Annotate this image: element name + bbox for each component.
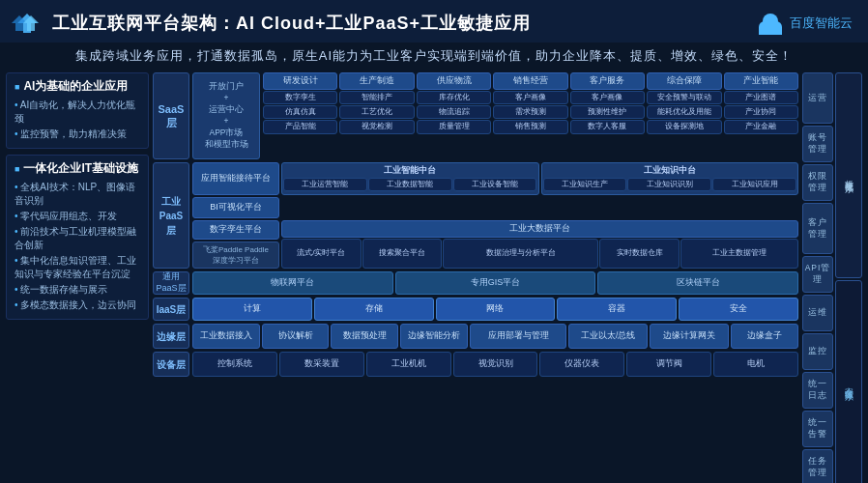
saas-xsjy-3: 销售预测 — [493, 120, 567, 133]
ipaas-k-3: 工业知识应用 — [712, 178, 796, 191]
right-ops-col: 运营 账号管理 权限管理 客户管理 API管理 运维 监控 统一日志 统一告警 … — [802, 72, 833, 483]
ipaas-digital-twin: 数字孪生平台 — [192, 220, 279, 240]
ipaas-bd-1: 流式/实时平台 — [281, 239, 362, 269]
logo-icon — [10, 10, 44, 37]
right-maintenance: 运维 — [802, 295, 833, 331]
left-panel: AI为基础的企业应用 AI自动化，解决人力优化瓶颈 监控预警，助力精准决策 一体… — [6, 69, 149, 483]
saas-col-rfsj: 研发设计 数字孪生 仿真仿真 产品智能 — [263, 72, 337, 159]
ipaas-mid-spacer — [281, 197, 798, 218]
ipaas-knowledge: 工业知识中台 工业知识生产 工业知识识别 工业知识应用 — [541, 162, 799, 195]
iaas-layer: IaaS层 计算 存储 网络 容器 安全 — [153, 298, 798, 321]
ipaas-bigdata-subs: 流式/实时平台 搜索聚合平台 数据治理与分析平台 实时数据仓库 工业主数据管理 — [281, 239, 798, 269]
saas-col-xsjy: 销售经营 客户画像 需求预测 销售预测 — [493, 72, 567, 159]
edge-3: 数据预处理 — [331, 324, 398, 349]
right-monitor: 监控 — [802, 333, 833, 370]
saas-col-gywl: 供应物流 库存优化 物流追踪 质量管理 — [417, 72, 491, 159]
device-cells: 控制系统 数采装置 工业机机 视觉识别 仪器仪表 调节阀 电机 — [192, 352, 798, 377]
saas-gywl-3: 质量管理 — [417, 120, 491, 133]
ai-section-title: AI为基础的企业应用 — [14, 78, 140, 95]
device-layer: 设备层 控制系统 数采装置 工业机机 视觉识别 仪器仪表 调节阀 电机 — [153, 352, 798, 377]
iaas-network: 网络 — [436, 298, 556, 321]
it-item-2: 零代码应用组态、开发 — [14, 210, 140, 223]
device-4: 视觉识别 — [453, 352, 538, 377]
right-standards: 标准规范体系 — [835, 72, 862, 278]
ipaas-bd-3: 数据治理与分析平台 — [443, 239, 598, 269]
center-panel: SaaS层 开放门户+运营中心+APP市场和模型市场 研发设计 数字孪生 仿真仿… — [153, 69, 798, 483]
saas-xsjy-1: 客户画像 — [493, 91, 567, 104]
saas-khfw-3: 数字人客服 — [570, 120, 645, 133]
saas-rfsj-3: 产品智能 — [263, 120, 337, 133]
ipaas-zhongtai-title: 工业智能中台 — [283, 164, 537, 177]
right-panel: 运营 账号管理 权限管理 客户管理 API管理 运维 监控 统一日志 统一告警 … — [802, 69, 862, 483]
iaas-compute: 计算 — [192, 298, 312, 321]
edge-label: 边缘层 — [153, 324, 189, 349]
header-left: 工业互联网平台架构：AI Cloud+工业PaaS+工业敏捷应用 — [10, 10, 531, 37]
saas-cyzn-1: 产业图谱 — [724, 91, 798, 104]
ipaas-zhongtai-subs: 工业运营智能 工业数据智能 工业设备智能 — [283, 178, 537, 191]
saas-sczz-1: 智能排产 — [339, 91, 414, 104]
ipaas-content: 应用智能接待平台 工业智能中台 工业运营智能 工业数据智能 工业设备智能 工业知… — [192, 162, 798, 269]
iaas-container: 容器 — [557, 298, 677, 321]
iaas-label: IaaS层 — [153, 298, 189, 321]
ai-section: AI为基础的企业应用 AI自动化，解决人力优化瓶颈 监控预警，助力精准决策 — [6, 72, 149, 149]
saas-khfw-2: 预测性维护 — [570, 105, 645, 119]
ipaas-k-1: 工业知识生产 — [543, 178, 627, 191]
saas-cyzn-3: 产业金融 — [724, 120, 798, 133]
cp-iot: 物联网平台 — [192, 271, 393, 295]
device-6: 调节阀 — [626, 352, 711, 377]
saas-label: SaaS层 — [153, 72, 189, 159]
main-content: AI为基础的企业应用 AI自动化，解决人力优化瓶颈 监控预警，助力精准决策 一体… — [0, 69, 868, 483]
ai-item-2: 监控预警，助力精准决策 — [14, 128, 140, 141]
iaas-cells: 计算 存储 网络 容器 安全 — [192, 298, 798, 321]
iaas-storage: 存储 — [314, 298, 434, 321]
ipaas-bi: BI可视化平台 — [192, 197, 279, 218]
ipaas-bd-2: 搜索聚合平台 — [362, 239, 443, 269]
saas-rfsj: 研发设计 — [263, 72, 337, 90]
saas-zhbz-3: 设备探测地 — [647, 120, 721, 133]
saas-zhbz-2: 能耗优化及用能 — [647, 105, 721, 119]
it-section-title: 一体化企业IT基础设施 — [14, 160, 140, 177]
it-item-6: 多模态数据接入，边云协同 — [14, 298, 140, 312]
header-title: 工业互联网平台架构：AI Cloud+工业PaaS+工业敏捷应用 — [52, 12, 531, 35]
ipaas-bigdata: 工业大数据平台 流式/实时平台 搜索聚合平台 数据治理与分析平台 实时数据仓库 … — [281, 220, 798, 269]
ipaas-mid-row: BI可视化平台 — [192, 197, 798, 218]
saas-xsjy: 销售经营 — [493, 72, 567, 90]
common-paas-label: 通用PaaS层 — [153, 271, 189, 295]
baidu-logo: 百度智能云 — [755, 8, 853, 39]
edge-cells: 工业数据接入 协议解析 数据预处理 边缘智能分析 应用部署与管理 工业以太/总线… — [192, 324, 798, 349]
right-alarm: 统一告警 — [802, 411, 833, 447]
device-7: 电机 — [713, 352, 798, 377]
ipaas-paddle: 飞桨Paddle Paddle深度学习平台 — [192, 242, 279, 269]
edge-5: 应用部署与管理 — [470, 324, 567, 349]
right-standards-col: 标准规范体系 安全保障体系 — [835, 72, 862, 483]
right-log: 统一日志 — [802, 372, 833, 409]
saas-zhbz: 综合保障 — [647, 72, 721, 90]
edge-layer: 边缘层 工业数据接入 协议解析 数据预处理 边缘智能分析 应用部署与管理 工业以… — [153, 324, 798, 349]
common-paas-layer: 通用PaaS层 物联网平台 专用GIS平台 区块链平台 — [153, 271, 798, 295]
edge-8: 边缘盒子 — [731, 324, 798, 349]
edge-1: 工业数据接入 — [192, 324, 260, 349]
right-api: API管理 — [802, 256, 833, 293]
right-ops: 运营 — [802, 72, 833, 124]
svg-rect-6 — [759, 27, 782, 35]
saas-col-cyzn: 产业智能 产业图谱 产业协同 产业金融 — [724, 72, 798, 159]
right-customer: 客户管理 — [802, 203, 833, 254]
ipaas-bottom: 数字孪生平台 飞桨Paddle Paddle深度学习平台 工业大数据平台 流式/… — [192, 220, 798, 269]
right-account: 账号管理 — [802, 126, 833, 162]
saas-khfw: 客户服务 — [570, 72, 645, 90]
ipaas-app-platform: 应用智能接待平台 — [192, 162, 279, 195]
ipaas-label: 工业PaaS层 — [153, 162, 189, 269]
it-item-3: 前沿技术与工业机理模型融合创新 — [14, 225, 140, 252]
saas-col-zhbz: 综合保障 安全预警与联动 能耗优化及用能 设备探测地 — [647, 72, 721, 159]
saas-rfsj-2: 仿真仿真 — [263, 105, 337, 119]
saas-cols: 研发设计 数字孪生 仿真仿真 产品智能 生产制造 智能排产 工艺优化 视觉检测 … — [263, 72, 798, 159]
it-section: 一体化企业IT基础设施 全栈AI技术：NLP、图像语音识别 零代码应用组态、开发… — [6, 155, 149, 320]
ipaas-bigdata-title: 工业大数据平台 — [281, 220, 798, 238]
ipaas-left-stack: 数字孪生平台 飞桨Paddle Paddle深度学习平台 — [192, 220, 279, 269]
right-task: 任务管理 — [802, 449, 833, 483]
saas-khfw-1: 客户画像 — [570, 91, 645, 104]
ipaas-bd-5: 工业主数据管理 — [680, 239, 798, 269]
saas-portal-cell: 开放门户+运营中心+APP市场和模型市场 — [192, 72, 260, 159]
saas-sczz-3: 视觉检测 — [339, 120, 414, 133]
device-label: 设备层 — [153, 352, 189, 377]
